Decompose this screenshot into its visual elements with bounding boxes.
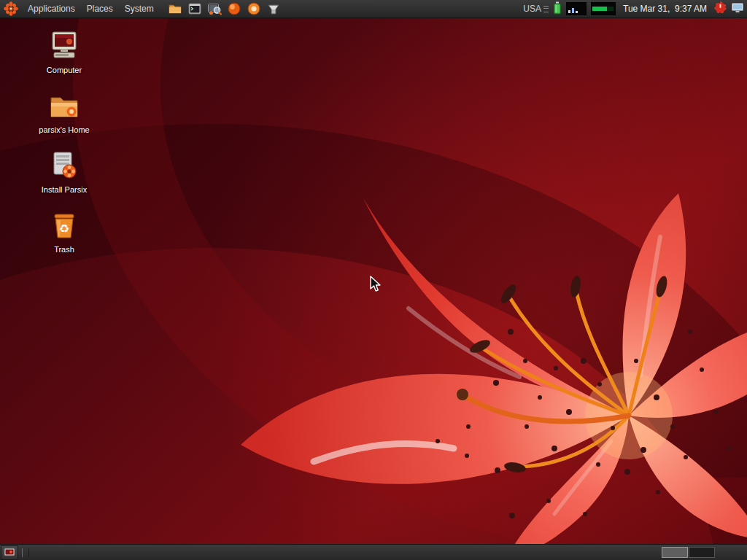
battery-icon[interactable] xyxy=(553,1,562,17)
svg-text:♻: ♻ xyxy=(59,222,69,235)
workspace-switcher xyxy=(662,547,715,558)
show-desktop-icon xyxy=(4,548,15,558)
desktop-icon-computer[interactable]: Computer xyxy=(29,28,99,88)
window-list-grip[interactable] xyxy=(22,548,29,557)
workspace-1[interactable] xyxy=(662,547,688,558)
top-panel: Applications Places System xyxy=(0,0,747,18)
desktop-icon-label: Trash xyxy=(54,245,74,254)
bottom-panel xyxy=(0,544,747,560)
desktop-icon-home[interactable]: parsix's Home xyxy=(29,88,99,148)
desktop-icon-install[interactable]: Install Parsix xyxy=(29,148,99,208)
clock[interactable]: Tue Mar 31, 9:37 AM xyxy=(620,4,710,14)
bottom-panel-left xyxy=(0,545,29,560)
show-desktop-button[interactable] xyxy=(1,545,18,560)
keyboard-layout-indicator[interactable]: USA xyxy=(523,4,549,14)
desktop-icon-column: Computer parsix's Home xyxy=(29,28,99,268)
desktop-icon-label: Computer xyxy=(47,66,82,74)
menu-applications[interactable]: Applications xyxy=(22,0,81,18)
trash-icon: ♻ xyxy=(47,208,82,243)
home-folder-icon xyxy=(47,88,82,123)
desktop-icon-trash[interactable]: ♻ Trash xyxy=(29,208,99,268)
file-manager-launcher-icon[interactable] xyxy=(167,1,183,17)
package-tool-launcher-icon[interactable] xyxy=(266,1,282,17)
media-player-launcher-icon[interactable] xyxy=(246,1,262,17)
desktop[interactable]: Computer parsix's Home xyxy=(0,18,747,544)
keyboard-layout-label: USA xyxy=(523,4,541,14)
display-icon[interactable] xyxy=(731,2,744,16)
desktop-icon-label: parsix's Home xyxy=(39,125,89,134)
panel-launchers xyxy=(167,1,282,17)
parsix-logo-icon[interactable] xyxy=(3,1,19,17)
workspace-2[interactable] xyxy=(689,547,715,558)
top-panel-right: USA xyxy=(523,0,747,18)
top-panel-left: Applications Places System xyxy=(0,0,282,18)
logout-icon[interactable] xyxy=(714,1,727,16)
computer-icon xyxy=(47,28,82,63)
system-monitor-applet[interactable] xyxy=(591,2,616,15)
desktop-screen: Applications Places System xyxy=(0,0,747,560)
volume-applet[interactable] xyxy=(566,2,587,15)
mouse-cursor xyxy=(369,276,384,293)
menu-system[interactable]: System xyxy=(119,0,160,18)
terminal-launcher-icon[interactable] xyxy=(187,1,203,17)
desktop-icon-label: Install Parsix xyxy=(42,185,87,194)
grip-icon xyxy=(543,6,549,12)
menu-places[interactable]: Places xyxy=(81,0,119,18)
installer-icon xyxy=(47,148,82,183)
web-browser-launcher-icon[interactable] xyxy=(226,1,242,17)
screenshot-launcher-icon[interactable] xyxy=(206,1,222,17)
